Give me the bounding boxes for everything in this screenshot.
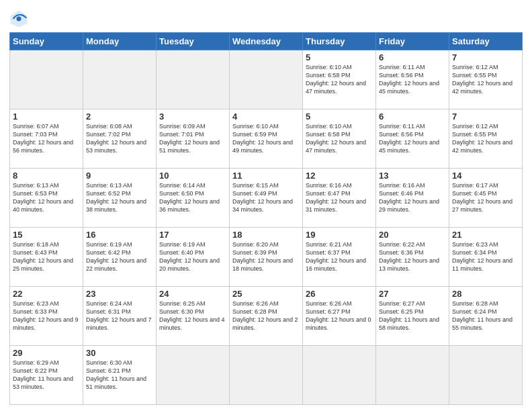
day-header-wednesday: Wednesday	[230, 33, 303, 50]
day-header-friday: Friday	[376, 33, 449, 50]
calendar-cell: 30Sunrise: 6:30 AMSunset: 6:21 PMDayligh…	[83, 346, 157, 405]
day-number: 22	[13, 289, 80, 299]
day-number: 30	[86, 348, 153, 358]
day-info: Sunrise: 6:26 AMSunset: 6:27 PMDaylight:…	[306, 300, 373, 332]
calendar-cell: 5Sunrise: 6:10 AMSunset: 6:58 PMDaylight…	[303, 50, 376, 109]
calendar-cell: 7Sunrise: 6:12 AMSunset: 6:55 PMDaylight…	[449, 50, 523, 109]
main-container: SundayMondayTuesdayWednesdayThursdayFrid…	[0, 0, 532, 411]
day-info: Sunrise: 6:17 AMSunset: 6:45 PMDaylight:…	[452, 181, 519, 214]
calendar-cell: 11Sunrise: 6:15 AMSunset: 6:49 PMDayligh…	[230, 169, 303, 228]
calendar-cell: 29Sunrise: 6:29 AMSunset: 6:22 PMDayligh…	[10, 346, 83, 405]
day-number: 12	[306, 171, 373, 181]
day-info: Sunrise: 6:26 AMSunset: 6:28 PMDaylight:…	[232, 300, 300, 332]
day-number: 6	[379, 111, 446, 122]
day-number: 9	[86, 171, 153, 181]
day-number: 3	[159, 111, 226, 122]
calendar-cell: 23Sunrise: 6:24 AMSunset: 6:31 PMDayligh…	[83, 287, 157, 346]
day-info: Sunrise: 6:21 AMSunset: 6:37 PMDaylight:…	[306, 240, 373, 273]
day-number: 27	[379, 289, 446, 299]
calendar-table: SundayMondayTuesdayWednesdayThursdayFrid…	[9, 32, 523, 405]
day-info: Sunrise: 6:16 AMSunset: 6:46 PMDaylight:…	[379, 181, 446, 214]
day-info: Sunrise: 6:28 AMSunset: 6:24 PMDaylight:…	[452, 300, 519, 332]
day-info: Sunrise: 6:07 AMSunset: 7:03 PMDaylight:…	[13, 122, 80, 155]
calendar-cell: 13Sunrise: 6:16 AMSunset: 6:46 PMDayligh…	[376, 169, 449, 228]
logo-icon	[9, 9, 28, 28]
day-number: 17	[159, 230, 226, 240]
day-info: Sunrise: 6:23 AMSunset: 6:34 PMDaylight:…	[452, 240, 519, 273]
calendar-cell: 15Sunrise: 6:18 AMSunset: 6:43 PMDayligh…	[10, 228, 83, 287]
day-number: 13	[379, 171, 446, 181]
day-number: 21	[452, 230, 519, 240]
day-header-monday: Monday	[83, 33, 157, 50]
calendar-cell: 3Sunrise: 6:09 AMSunset: 7:01 PMDaylight…	[157, 109, 230, 169]
day-info: Sunrise: 6:18 AMSunset: 6:43 PMDaylight:…	[13, 240, 80, 273]
day-info: Sunrise: 6:19 AMSunset: 6:40 PMDaylight:…	[159, 240, 226, 273]
day-number: 1	[13, 111, 80, 122]
day-info: Sunrise: 6:13 AMSunset: 6:53 PMDaylight:…	[13, 181, 80, 214]
day-info: Sunrise: 6:10 AMSunset: 6:58 PMDaylight:…	[306, 63, 373, 96]
day-number: 16	[86, 230, 153, 240]
calendar-cell: 19Sunrise: 6:21 AMSunset: 6:37 PMDayligh…	[303, 228, 376, 287]
calendar-cell: 17Sunrise: 6:19 AMSunset: 6:40 PMDayligh…	[157, 228, 230, 287]
day-info: Sunrise: 6:25 AMSunset: 6:30 PMDaylight:…	[159, 300, 226, 332]
day-number: 29	[13, 348, 80, 358]
calendar-cell: 8Sunrise: 6:13 AMSunset: 6:53 PMDaylight…	[10, 169, 83, 228]
day-info: Sunrise: 6:09 AMSunset: 7:01 PMDaylight:…	[159, 122, 226, 155]
day-info: Sunrise: 6:10 AMSunset: 6:59 PMDaylight:…	[232, 122, 300, 155]
calendar-cell: 26Sunrise: 6:26 AMSunset: 6:27 PMDayligh…	[303, 287, 376, 346]
calendar-cell: 1Sunrise: 6:07 AMSunset: 7:03 PMDaylight…	[10, 109, 83, 169]
calendar-cell	[157, 50, 230, 109]
day-info: Sunrise: 6:13 AMSunset: 6:52 PMDaylight:…	[86, 181, 153, 214]
day-number: 26	[306, 289, 373, 299]
day-number: 19	[306, 230, 373, 240]
day-number: 15	[13, 230, 80, 240]
day-number: 24	[159, 289, 226, 299]
day-info: Sunrise: 6:14 AMSunset: 6:50 PMDaylight:…	[159, 181, 226, 214]
header	[9, 7, 523, 28]
calendar-cell: 9Sunrise: 6:13 AMSunset: 6:52 PMDaylight…	[83, 169, 157, 228]
calendar-cell: 24Sunrise: 6:25 AMSunset: 6:30 PMDayligh…	[157, 287, 230, 346]
calendar-cell: 4Sunrise: 6:10 AMSunset: 6:59 PMDaylight…	[230, 109, 303, 169]
day-info: Sunrise: 6:11 AMSunset: 6:56 PMDaylight:…	[379, 63, 446, 96]
day-header-thursday: Thursday	[303, 33, 376, 50]
calendar-cell: 6Sunrise: 6:11 AMSunset: 6:56 PMDaylight…	[376, 109, 449, 169]
day-number: 5	[306, 52, 373, 62]
calendar-cell: 14Sunrise: 6:17 AMSunset: 6:45 PMDayligh…	[449, 169, 523, 228]
svg-point-1	[17, 17, 21, 21]
day-number: 25	[232, 289, 300, 299]
day-header-sunday: Sunday	[10, 33, 83, 50]
day-number: 4	[232, 111, 300, 122]
day-number: 6	[379, 52, 446, 62]
day-info: Sunrise: 6:12 AMSunset: 6:55 PMDaylight:…	[452, 63, 519, 96]
calendar-cell: 25Sunrise: 6:26 AMSunset: 6:28 PMDayligh…	[230, 287, 303, 346]
day-info: Sunrise: 6:24 AMSunset: 6:31 PMDaylight:…	[86, 300, 153, 332]
day-info: Sunrise: 6:15 AMSunset: 6:49 PMDaylight:…	[232, 181, 300, 214]
calendar-cell: 18Sunrise: 6:20 AMSunset: 6:39 PMDayligh…	[230, 228, 303, 287]
day-info: Sunrise: 6:27 AMSunset: 6:25 PMDaylight:…	[379, 300, 446, 332]
calendar-cell: 22Sunrise: 6:23 AMSunset: 6:33 PMDayligh…	[10, 287, 83, 346]
calendar-cell	[157, 346, 230, 405]
day-header-saturday: Saturday	[449, 33, 523, 50]
day-number: 28	[452, 289, 519, 299]
calendar-cell	[230, 346, 303, 405]
day-number: 10	[159, 171, 226, 181]
calendar-cell	[303, 346, 376, 405]
day-number: 8	[13, 171, 80, 181]
day-number: 5	[306, 111, 373, 122]
calendar-cell	[230, 50, 303, 109]
calendar-cell: 10Sunrise: 6:14 AMSunset: 6:50 PMDayligh…	[157, 169, 230, 228]
day-info: Sunrise: 6:22 AMSunset: 6:36 PMDaylight:…	[379, 240, 446, 273]
day-number: 23	[86, 289, 153, 299]
calendar-cell	[83, 50, 157, 109]
day-number: 14	[452, 171, 519, 181]
calendar-cell: 5Sunrise: 6:10 AMSunset: 6:58 PMDaylight…	[303, 109, 376, 169]
calendar-cell: 20Sunrise: 6:22 AMSunset: 6:36 PMDayligh…	[376, 228, 449, 287]
calendar-cell: 28Sunrise: 6:28 AMSunset: 6:24 PMDayligh…	[449, 287, 523, 346]
day-header-tuesday: Tuesday	[157, 33, 230, 50]
day-number: 2	[86, 111, 153, 122]
calendar-cell	[449, 346, 523, 405]
logo	[9, 9, 30, 28]
calendar-cell: 16Sunrise: 6:19 AMSunset: 6:42 PMDayligh…	[83, 228, 157, 287]
calendar-cell: 12Sunrise: 6:16 AMSunset: 6:47 PMDayligh…	[303, 169, 376, 228]
calendar-cell: 27Sunrise: 6:27 AMSunset: 6:25 PMDayligh…	[376, 287, 449, 346]
